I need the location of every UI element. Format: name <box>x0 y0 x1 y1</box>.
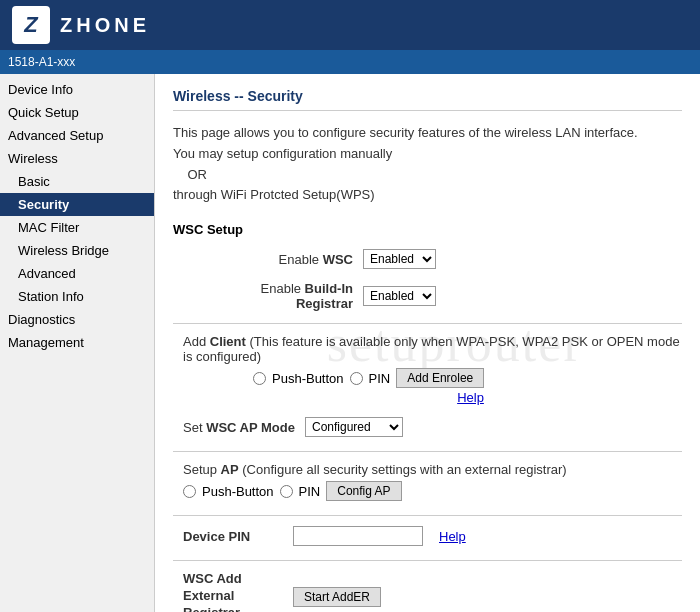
pin-radio[interactable] <box>350 372 363 385</box>
page-title: Wireless -- Security <box>173 88 682 111</box>
sidebar-item-basic[interactable]: Basic <box>0 170 154 193</box>
divider3 <box>173 515 682 516</box>
sidebar: Device InfoQuick SetupAdvanced SetupWire… <box>0 74 155 612</box>
add-enrolee-button[interactable]: Add Enrolee <box>396 368 484 388</box>
wsc-section-title: WSC Setup <box>173 222 682 237</box>
sidebar-item-diagnostics[interactable]: Diagnostics <box>0 308 154 331</box>
logo-area: Z ZHONE <box>12 6 150 44</box>
brand-name: ZHONE <box>60 14 150 37</box>
sidebar-item-quick-setup[interactable]: Quick Setup <box>0 101 154 124</box>
enable-buildin-row: Enable Build-InRegistrar Enabled Disable… <box>173 281 682 311</box>
sidebar-item-station-info[interactable]: Station Info <box>0 285 154 308</box>
wsc-setup-section: WSC Setup Enable WSC Enabled Disabled En… <box>173 222 682 612</box>
ap-push-button-radio[interactable] <box>183 485 196 498</box>
enable-buildin-label: Enable Build-InRegistrar <box>173 281 353 311</box>
description: This page allows you to configure securi… <box>173 123 682 206</box>
sidebar-item-wireless-bridge[interactable]: Wireless Bridge <box>0 239 154 262</box>
device-pin-input[interactable] <box>293 526 423 546</box>
sidebar-item-management[interactable]: Management <box>0 331 154 354</box>
model-text: 1518-A1-xxx <box>8 55 75 69</box>
divider2 <box>173 451 682 452</box>
config-ap-button[interactable]: Config AP <box>326 481 401 501</box>
device-pin-row: Device PIN Help <box>173 526 682 546</box>
ap-push-button-label: Push-Button <box>202 484 274 499</box>
sidebar-item-advanced[interactable]: Advanced <box>0 262 154 285</box>
wsc-ap-mode-select[interactable]: Configured Unconfigured <box>305 417 403 437</box>
push-button-label: Push-Button <box>272 371 344 386</box>
divider4 <box>173 560 682 561</box>
main-content: setuprouter Wireless -- Security This pa… <box>155 74 700 612</box>
subheader: 1518-A1-xxx <box>0 50 700 74</box>
add-client-help-row: Help <box>253 390 682 405</box>
desc-or: OR <box>187 167 207 182</box>
device-pin-help-link[interactable]: Help <box>439 529 466 544</box>
enable-wsc-label: Enable WSC <box>173 252 353 267</box>
add-client-help-link[interactable]: Help <box>457 390 484 405</box>
add-client-radio-row: Push-Button PIN Add Enrolee <box>253 368 682 388</box>
divider1 <box>173 323 682 324</box>
sidebar-item-mac-filter[interactable]: MAC Filter <box>0 216 154 239</box>
add-client-row: Add Client (This feature is available on… <box>173 334 682 364</box>
setup-ap-radios: Push-Button PIN Config AP <box>183 481 682 501</box>
layout: Device InfoQuick SetupAdvanced SetupWire… <box>0 74 700 612</box>
pin-label: PIN <box>369 371 391 386</box>
setup-ap-desc: Setup AP (Configure all security setting… <box>183 462 682 477</box>
wsc-add-label: WSC Add External Registrar <box>183 571 283 612</box>
wsc-ap-mode-label: Set WSC AP Mode <box>183 420 295 435</box>
sidebar-item-security[interactable]: Security <box>0 193 154 216</box>
desc-line2: You may setup configuration manually <box>173 146 392 161</box>
wsc-add-row: WSC Add External Registrar Start AddER <box>173 571 682 612</box>
logo-box: Z <box>12 6 50 44</box>
sidebar-item-device-info[interactable]: Device Info <box>0 78 154 101</box>
header: Z ZHONE <box>0 0 700 50</box>
setup-ap-block: Setup AP (Configure all security setting… <box>173 462 682 501</box>
start-adder-button[interactable]: Start AddER <box>293 587 381 607</box>
enable-wsc-row: Enable WSC Enabled Disabled <box>173 249 682 269</box>
desc-line3: through WiFi Protcted Setup(WPS) <box>173 187 375 202</box>
device-pin-label: Device PIN <box>183 529 283 544</box>
sidebar-item-wireless[interactable]: Wireless <box>0 147 154 170</box>
desc-line1: This page allows you to configure securi… <box>173 125 638 140</box>
logo-z: Z <box>24 12 37 38</box>
wsc-ap-mode-row: Set WSC AP Mode Configured Unconfigured <box>173 417 682 437</box>
ap-pin-label: PIN <box>299 484 321 499</box>
push-button-radio[interactable] <box>253 372 266 385</box>
sidebar-item-advanced-setup[interactable]: Advanced Setup <box>0 124 154 147</box>
enable-wsc-select[interactable]: Enabled Disabled <box>363 249 436 269</box>
ap-pin-radio[interactable] <box>280 485 293 498</box>
enable-buildin-select[interactable]: Enabled Disabled <box>363 286 436 306</box>
